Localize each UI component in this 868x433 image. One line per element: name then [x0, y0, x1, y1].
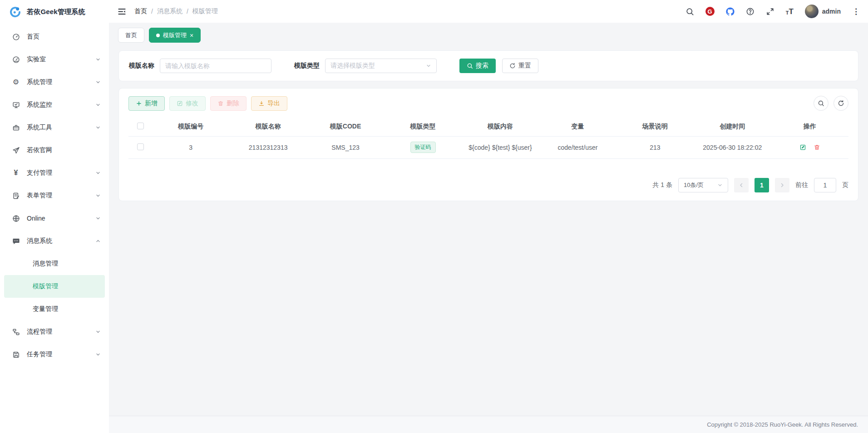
sidebar-item-label: 支付管理: [27, 169, 89, 177]
chevron-down-icon: [95, 125, 101, 130]
sidebar-item-message-management[interactable]: 消息管理: [0, 252, 109, 275]
sidebar-item-label: 若依官网: [27, 146, 101, 154]
template-name-input-wrap: [160, 59, 271, 73]
row-actions: [771, 144, 849, 151]
sidebar-item-form-management[interactable]: 表单管理: [0, 184, 109, 207]
template-type-label: 模版类型: [294, 62, 320, 70]
row-checkbox[interactable]: [137, 143, 144, 150]
font-size-icon[interactable]: TT: [786, 8, 794, 15]
page-number-1[interactable]: 1: [755, 178, 769, 192]
sidebar-item-system-tools[interactable]: 系统工具: [0, 116, 109, 139]
search-button-label: 搜索: [476, 62, 488, 70]
user-menu[interactable]: admin: [805, 5, 841, 18]
col-header-id: 模版编号: [152, 118, 229, 136]
add-button[interactable]: 新增: [128, 96, 165, 111]
sidebar-item-system-management[interactable]: ⚙ 系统管理: [0, 71, 109, 93]
refresh-table-button[interactable]: [833, 96, 848, 111]
delete-button[interactable]: 删除: [210, 96, 247, 111]
gitee-icon[interactable]: G: [705, 7, 715, 16]
yen-icon: ¥: [12, 169, 20, 177]
row-edit-icon[interactable]: [799, 144, 806, 151]
prev-page-button[interactable]: [734, 178, 749, 192]
sidebar-item-official-site[interactable]: 若依官网: [0, 139, 109, 162]
table-panel: 新增 修改 删除 导出: [118, 88, 858, 201]
sidebar-item-template-management[interactable]: 模版管理: [4, 275, 105, 298]
table-header-row: 模版编号 模版名称 模版CODE 模版类型 模版内容 变量 场景说明 创建时间 …: [128, 118, 848, 136]
tab-home[interactable]: 首页: [118, 28, 144, 43]
sidebar-item-home[interactable]: 首页: [0, 25, 109, 48]
app-logo-row[interactable]: 若依Geek管理系统: [0, 0, 109, 24]
sidebar-collapse-icon[interactable]: [118, 7, 126, 16]
export-button[interactable]: 导出: [251, 96, 287, 111]
flow-icon: [12, 328, 20, 336]
main-area: 首页 / 消息系统 / 模版管理 G TT: [109, 0, 868, 433]
search-icon[interactable]: [686, 7, 694, 16]
reset-button[interactable]: 重置: [502, 59, 538, 73]
table-row[interactable]: 3 21312312313 SMS_123 验证码 ${code} ${test…: [128, 136, 848, 158]
tab-label: 首页: [125, 31, 137, 39]
chevron-down-icon: [717, 182, 723, 188]
edit-button[interactable]: 修改: [169, 96, 206, 111]
font-size-big-glyph: T: [789, 8, 793, 15]
sidebar-item-lab[interactable]: 实验室: [0, 48, 109, 71]
fullscreen-icon[interactable]: [766, 7, 774, 16]
col-header-code: 模版CODE: [307, 118, 384, 136]
sidebar-item-online[interactable]: Online: [0, 207, 109, 230]
toolbox-icon: [12, 123, 20, 132]
help-icon[interactable]: [746, 7, 755, 16]
chevron-down-icon: [95, 352, 101, 357]
col-header-variables: 变量: [539, 118, 616, 136]
breadcrumb-item-template-management: 模版管理: [192, 7, 218, 15]
chevron-down-icon: [95, 57, 101, 62]
cell-template-code: SMS_123: [307, 136, 384, 158]
sidebar-item-label: 系统管理: [27, 78, 89, 86]
select-all-checkbox[interactable]: [137, 123, 144, 129]
font-size-small-glyph: T: [786, 10, 789, 15]
sidebar-item-message-system[interactable]: 消息系统: [0, 230, 109, 252]
tabs-bar: 首页 模版管理 ×: [109, 23, 868, 43]
gear-icon: ⚙: [12, 78, 20, 86]
sidebar-item-label: 系统工具: [27, 123, 89, 132]
sidebar-item-task-management[interactable]: 任务管理: [0, 343, 109, 366]
row-delete-icon[interactable]: [814, 144, 820, 151]
sidebar-item-payment-management[interactable]: ¥ 支付管理: [0, 162, 109, 184]
close-icon[interactable]: ×: [190, 32, 193, 39]
github-icon[interactable]: [726, 7, 735, 16]
globe-icon: [12, 214, 20, 222]
chevron-down-icon: [426, 63, 431, 69]
page-size-select[interactable]: 10条/页: [678, 178, 728, 192]
search-button[interactable]: 搜索: [459, 59, 496, 73]
sidebar-item-label: 首页: [27, 33, 101, 41]
goto-label: 前往: [795, 181, 808, 189]
template-name-input[interactable]: [165, 62, 266, 69]
sidebar-item-system-monitor[interactable]: 系统监控: [0, 93, 109, 116]
tab-template-management[interactable]: 模版管理 ×: [149, 28, 201, 43]
avatar: [805, 5, 819, 18]
next-page-button[interactable]: [775, 178, 789, 192]
sidebar-item-label: 实验室: [27, 55, 89, 64]
sidebar-item-label: 模版管理: [33, 282, 97, 290]
message-bubble-icon: [12, 237, 20, 245]
form-document-icon: [12, 192, 20, 200]
chevron-down-icon: [95, 102, 101, 108]
paper-plane-icon: [12, 146, 20, 154]
reset-button-label: 重置: [518, 62, 531, 70]
sidebar: 若依Geek管理系统 首页 实验室 ⚙ 系统管理 系统监控: [0, 0, 109, 433]
chevron-down-icon: [95, 170, 101, 176]
table-toolbar-right: [814, 96, 848, 111]
search-panel: 模版名称 模版类型 请选择模版类型 搜索 重置: [118, 50, 858, 81]
goto-page-input[interactable]: [814, 178, 836, 192]
breadcrumb-item-home[interactable]: 首页: [134, 7, 147, 15]
select-placeholder: 请选择模版类型: [330, 62, 375, 70]
template-type-select[interactable]: 请选择模版类型: [325, 59, 437, 73]
sidebar-item-variable-management[interactable]: 变量管理: [0, 298, 109, 320]
sidebar-item-process-management[interactable]: 流程管理: [0, 320, 109, 343]
table-toolbar: 新增 修改 删除 导出: [128, 96, 848, 111]
breadcrumb-separator: /: [151, 8, 153, 15]
show-search-toggle-button[interactable]: [814, 96, 829, 111]
cell-template-id: 3: [152, 136, 229, 158]
more-options-icon[interactable]: ⋮: [852, 7, 860, 16]
add-button-label: 新增: [145, 99, 158, 108]
col-header-created: 创建时间: [694, 118, 771, 136]
chevron-down-icon: [95, 216, 101, 221]
